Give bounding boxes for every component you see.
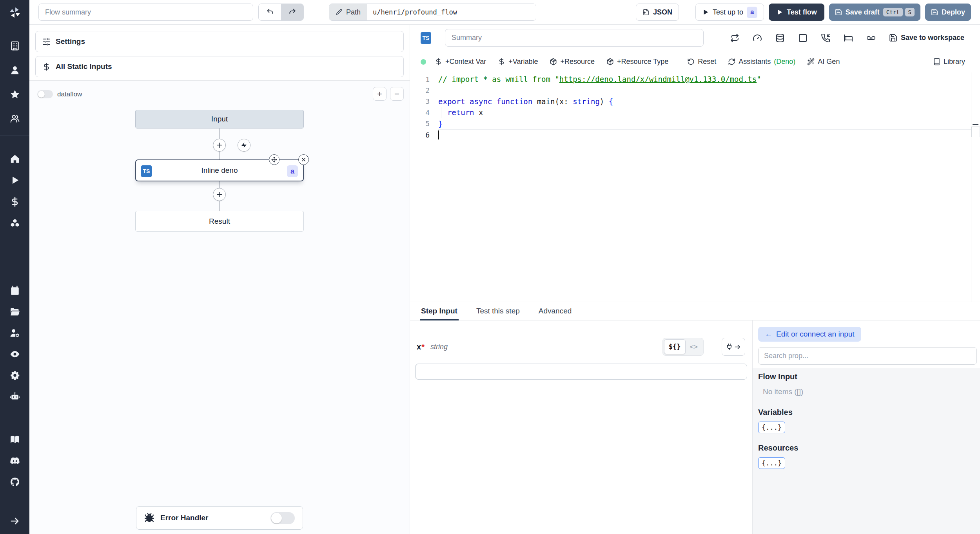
eye-icon[interactable] [0, 344, 29, 365]
code-line-2[interactable]: 2 [410, 85, 980, 96]
discord-icon[interactable] [0, 450, 29, 471]
step-summary-input[interactable] [445, 29, 704, 47]
test-up-to-step-badge[interactable]: a [747, 7, 757, 18]
square-icon[interactable] [798, 33, 808, 43]
calendar-icon[interactable] [0, 280, 29, 301]
windmill-flow-editor: Path JSON Test up to a Test flow Save dr… [0, 0, 980, 534]
code-line-4[interactable]: 4 return x [410, 107, 980, 118]
test-flow-button[interactable]: Test flow [769, 4, 824, 21]
repeat-icon[interactable] [730, 33, 739, 43]
path-edit-button[interactable]: Path [329, 4, 367, 20]
boxes-icon[interactable] [0, 212, 29, 234]
line-number: 6 [410, 131, 430, 139]
database-icon[interactable] [775, 33, 785, 43]
step-node-inline-deno[interactable]: TS Inline deno a [135, 159, 304, 181]
arrow-right-icon [734, 343, 741, 351]
code-line-1[interactable]: 1// import * as wmill from "https://deno… [410, 74, 980, 85]
undo-button[interactable] [259, 4, 281, 20]
code-mode-option[interactable]: <> [686, 339, 702, 354]
gauge-icon[interactable] [753, 33, 762, 43]
users-icon[interactable] [0, 107, 29, 131]
connect-input-button[interactable] [722, 338, 745, 356]
delete-step-button[interactable] [298, 154, 309, 165]
code-editor[interactable]: 1// import * as wmill from "https://deno… [410, 72, 980, 302]
undo-icon [266, 8, 274, 16]
dollar-icon[interactable] [0, 191, 29, 212]
arg-name: x [417, 342, 421, 351]
save-icon [931, 9, 938, 16]
arrow-left-icon: ← [765, 330, 772, 339]
library-button[interactable]: Library [933, 58, 965, 66]
github-icon[interactable] [0, 471, 29, 492]
save-to-workspace-button[interactable]: Save to workspace [889, 34, 964, 42]
user-cog-icon[interactable] [0, 322, 29, 344]
arrow-right-icon[interactable] [0, 508, 29, 534]
zoom-in-button[interactable]: + [373, 87, 387, 101]
home-icon[interactable] [0, 148, 29, 169]
phone-incoming-icon[interactable] [821, 33, 830, 43]
all-static-inputs-button[interactable]: All Static Inputs [35, 56, 404, 77]
user-icon[interactable] [0, 58, 29, 82]
add-variable-button[interactable]: +Variable [498, 58, 538, 66]
dataflow-toggle[interactable] [37, 90, 53, 98]
move-step-button[interactable] [269, 154, 279, 165]
voicemail-icon[interactable] [866, 33, 876, 43]
kbd-s: S [905, 8, 915, 16]
editor-panel: TS Save to workspace +Context Var [410, 25, 980, 534]
error-handler-toggle[interactable] [270, 512, 295, 524]
step-tabbar: Step Input Test this step Advanced [410, 302, 980, 320]
ai-gen-button[interactable]: AI Gen [807, 58, 840, 66]
star-icon[interactable] [0, 82, 29, 107]
flow-graph-canvas[interactable]: dataflow + − Input TS Inline deno a [29, 80, 410, 534]
book-icon[interactable] [0, 429, 29, 450]
zap-icon [241, 142, 247, 148]
zoom-out-button[interactable]: − [390, 87, 404, 101]
wand-sparkles-icon [807, 58, 815, 65]
flow-settings-button[interactable]: Settings [35, 31, 404, 52]
add-context-var-button[interactable]: +Context Var [435, 58, 486, 66]
add-trigger-button[interactable] [238, 139, 250, 152]
home-icon [10, 154, 20, 164]
building-icon[interactable] [0, 34, 29, 58]
code-line-6[interactable]: 6 [410, 129, 980, 140]
result-node[interactable]: Result [135, 211, 304, 232]
edit-or-connect-button[interactable]: ← Edit or connect an input [758, 327, 861, 342]
text-cursor [438, 130, 439, 139]
bot-icon[interactable] [0, 386, 29, 407]
redo-button[interactable] [281, 4, 303, 20]
code-line-3[interactable]: 3export async function main(x: string) { [410, 96, 980, 107]
flow-summary-input[interactable] [38, 4, 253, 21]
add-resource-button[interactable]: +Resource [550, 58, 595, 66]
settings-icon[interactable] [0, 365, 29, 386]
code-line-5[interactable]: 5} [410, 118, 980, 129]
input-node[interactable]: Input [135, 110, 304, 129]
prop-search-input[interactable] [758, 347, 977, 365]
editor-settings-icons: Save to workspace [730, 33, 964, 43]
arg-type: string [430, 343, 448, 351]
play-icon[interactable] [0, 169, 29, 191]
folder-open-icon[interactable] [0, 301, 29, 322]
path-input[interactable] [367, 4, 536, 20]
arg-x-value-input[interactable] [415, 364, 747, 380]
save-draft-button[interactable]: Save draft Ctrl S [829, 4, 920, 21]
template-mode-option[interactable]: ${} [664, 339, 686, 354]
test-up-to-button[interactable]: Test up to a [695, 4, 764, 21]
deploy-button[interactable]: Deploy [925, 4, 971, 21]
tab-step-input[interactable]: Step Input [420, 302, 459, 320]
add-step-below-button[interactable] [213, 188, 226, 201]
add-resource-type-button[interactable]: +Resource Type [606, 58, 668, 66]
folder-open-icon [10, 307, 20, 317]
editor-overview-ruler[interactable] [971, 72, 980, 302]
dataflow-label: dataflow [57, 91, 82, 98]
error-handler-label: Error Handler [160, 514, 208, 522]
windmill-logo-icon[interactable] [9, 4, 21, 21]
resources-object-chip[interactable]: {...} [758, 457, 785, 469]
tab-advanced[interactable]: Advanced [537, 302, 573, 320]
add-step-button[interactable] [213, 139, 226, 152]
reset-button[interactable]: Reset [687, 58, 716, 66]
bed-icon[interactable] [844, 33, 853, 43]
json-button[interactable]: JSON [636, 4, 679, 21]
tab-test-this-step[interactable]: Test this step [475, 302, 521, 320]
variables-object-chip[interactable]: {...} [758, 422, 785, 433]
assistants-button[interactable]: Assistants (Deno) [728, 58, 795, 66]
